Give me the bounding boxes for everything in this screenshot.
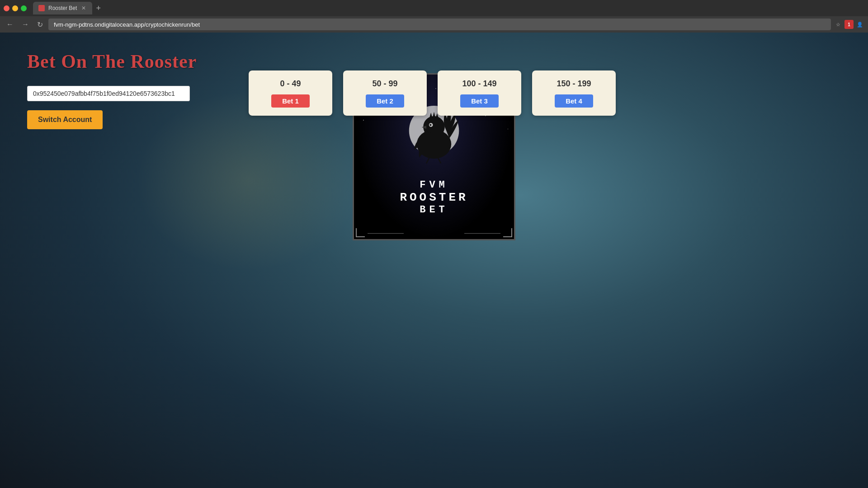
bet-range-4: 150 - 199 (557, 79, 591, 89)
bet-card-2: 50 - 99 Bet 2 (343, 70, 427, 116)
bet-cards: 0 - 49 Bet 1 50 - 99 Bet 2 100 - 149 Bet… (249, 70, 619, 116)
bet-button-2[interactable]: Bet 2 (366, 94, 404, 108)
corner-mark-br (503, 228, 512, 237)
svg-point-7 (429, 124, 431, 126)
logo-line2: ROOSTER (400, 191, 468, 204)
active-tab[interactable]: Rooster Bet ✕ (33, 2, 92, 14)
window-close-button[interactable] (4, 5, 9, 11)
toolbar-icons: ☆ 1 👤 (834, 20, 864, 29)
corner-mark-bl (356, 228, 365, 237)
window-maximize-button[interactable] (21, 5, 27, 11)
side-line-bottom-right (464, 233, 500, 234)
page-title: Bet On The Rooster (27, 51, 841, 72)
svg-point-4 (427, 126, 432, 133)
bet-card-1: 0 - 49 Bet 1 (249, 70, 332, 116)
new-tab-button[interactable]: + (94, 4, 103, 13)
page-content: Bet On The Rooster Switch Account (0, 33, 868, 161)
side-line-bottom-left (368, 233, 404, 234)
tab-close-button[interactable]: ✕ (80, 5, 87, 11)
svg-point-2 (423, 116, 445, 138)
bet-card-4: 150 - 199 Bet 4 (532, 70, 616, 116)
extensions-icon[interactable]: 1 (844, 20, 854, 29)
svg-line-8 (426, 158, 429, 164)
bet-range-1: 0 - 49 (280, 79, 301, 89)
reload-button[interactable]: ↻ (34, 19, 46, 31)
logo-line1: FVM (400, 179, 468, 191)
logo-text: FVM ROOSTER BET (400, 179, 468, 216)
bet-button-3[interactable]: Bet 3 (460, 94, 499, 108)
logo-line3: BET (400, 204, 468, 216)
bet-range-3: 100 - 149 (462, 79, 496, 89)
bet-button-1[interactable]: Bet 1 (271, 94, 310, 108)
tab-bar: Rooster Bet ✕ + (0, 0, 868, 16)
profile-icon[interactable]: 👤 (855, 20, 864, 29)
window-controls (4, 5, 27, 11)
address-input[interactable] (48, 19, 831, 30)
bet-range-2: 50 - 99 (372, 79, 397, 89)
bet-button-4[interactable]: Bet 4 (555, 94, 593, 108)
switch-account-button[interactable]: Switch Account (27, 110, 103, 129)
forward-button[interactable]: → (19, 19, 32, 30)
svg-line-9 (438, 158, 441, 164)
tab-favicon (38, 5, 45, 11)
browser-chrome: Rooster Bet ✕ + ← → ↻ ☆ 1 👤 (0, 0, 868, 33)
tab-label: Rooster Bet (48, 5, 77, 11)
wallet-address-input[interactable] (27, 86, 190, 101)
bet-card-3: 100 - 149 Bet 3 (438, 70, 521, 116)
bookmark-icon[interactable]: ☆ (834, 20, 843, 29)
back-button[interactable]: ← (4, 19, 16, 30)
window-minimize-button[interactable] (12, 5, 18, 11)
address-bar-row: ← → ↻ ☆ 1 👤 (0, 16, 868, 33)
